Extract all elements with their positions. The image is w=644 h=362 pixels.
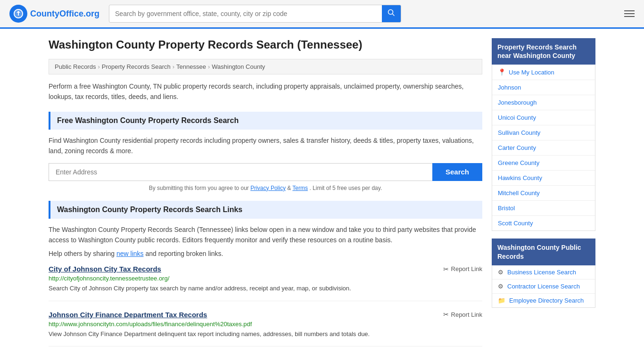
new-links-link[interactable]: new links bbox=[116, 250, 144, 257]
free-search-header: Free Washington County Property Records … bbox=[49, 112, 482, 130]
breadcrumb-sep-3: › bbox=[208, 63, 210, 70]
sidebar-contractor-license[interactable]: ⚙ Contractor License Search bbox=[492, 280, 595, 294]
breadcrumb-washington-county[interactable]: Washington County bbox=[212, 63, 265, 70]
breadcrumb-public-records[interactable]: Public Records bbox=[55, 63, 96, 70]
sidebar-nearby-title: Property Records Search near Washington … bbox=[492, 38, 595, 65]
sullivan-link[interactable]: Sullivan County bbox=[498, 129, 540, 136]
scott-link[interactable]: Scott County bbox=[498, 220, 533, 227]
location-pin-icon: 📍 bbox=[498, 68, 506, 76]
page-title: Washington County Property Records Searc… bbox=[49, 38, 482, 51]
gear-icon-1: ⚙ bbox=[498, 269, 504, 276]
greene-link[interactable]: Greene County bbox=[498, 159, 539, 166]
sidebar-public-records-title: Washington County Public Records bbox=[492, 239, 595, 265]
address-search-button[interactable]: Search bbox=[432, 163, 482, 181]
gear-icon-2: ⚙ bbox=[498, 283, 504, 290]
link-items-container: City of Johnson City Tax Records ✂ Repor… bbox=[49, 265, 482, 346]
mitchell-link[interactable]: Mitchell County bbox=[498, 189, 540, 197]
links-intro: The Washington County Property Records S… bbox=[49, 224, 482, 246]
content-area: Washington County Property Records Searc… bbox=[49, 38, 482, 356]
breadcrumb-property-records[interactable]: Property Records Search bbox=[102, 63, 171, 70]
employee-directory-link[interactable]: Employee Directory Search bbox=[509, 297, 584, 304]
report-link-label-1: Report Link bbox=[451, 265, 482, 272]
sidebar-item-hawkins[interactable]: Hawkins County bbox=[492, 171, 595, 186]
links-share: Help others by sharing new links and rep… bbox=[49, 250, 482, 257]
svg-point-1 bbox=[388, 10, 393, 15]
breadcrumb-sep-1: › bbox=[98, 63, 99, 70]
breadcrumb-tennessee[interactable]: Tennessee bbox=[176, 63, 206, 70]
carter-link[interactable]: Carter County bbox=[498, 144, 536, 151]
sidebar-nearby-list: 📍 Use My Location Johnson Jonesborough U… bbox=[492, 65, 595, 231]
sidebar-item-greene[interactable]: Greene County bbox=[492, 156, 595, 171]
search-section: Free Washington County Property Records … bbox=[49, 112, 482, 191]
logo-text: CountyOffice.org bbox=[30, 9, 99, 19]
breadcrumb: Public Records › Property Records Search… bbox=[49, 59, 482, 74]
links-section: Washington County Property Records Searc… bbox=[49, 201, 482, 347]
sidebar: Property Records Search near Washington … bbox=[492, 38, 595, 356]
sidebar-item-carter[interactable]: Carter County bbox=[492, 140, 595, 156]
disclaimer-suffix: . Limit of 5 free uses per day. bbox=[309, 185, 382, 191]
header-search-button[interactable] bbox=[382, 5, 401, 22]
link-title-1[interactable]: City of Johnson City Tax Records bbox=[49, 265, 161, 273]
link-item-header-2: Johnson City Finance Department Tax Reco… bbox=[49, 311, 482, 319]
link-title-2[interactable]: Johnson City Finance Department Tax Reco… bbox=[49, 311, 207, 319]
link-item: Johnson City Finance Department Tax Reco… bbox=[49, 311, 482, 347]
sidebar-item-unicoi[interactable]: Unicoi County bbox=[492, 110, 595, 125]
intro-text: Perform a free Washington County, TN pub… bbox=[49, 81, 482, 102]
sidebar-business-license[interactable]: ⚙ Business License Search bbox=[492, 265, 595, 280]
sidebar-item-jonesborough[interactable]: Jonesborough bbox=[492, 95, 595, 110]
report-icon-2: ✂ bbox=[443, 311, 449, 318]
report-link-button-2[interactable]: ✂ Report Link bbox=[443, 311, 482, 318]
disclaimer-prefix: By submitting this form you agree to our bbox=[149, 185, 249, 191]
disclaimer-amp: & bbox=[287, 185, 292, 191]
find-text: Find Washington County residential prope… bbox=[49, 135, 482, 156]
report-link-button-1[interactable]: ✂ Report Link bbox=[443, 265, 482, 273]
link-desc-1: Search City of Johnson City property tax… bbox=[49, 284, 482, 293]
privacy-policy-link[interactable]: Privacy Policy bbox=[250, 185, 286, 191]
logo-icon bbox=[9, 5, 27, 23]
report-link-label-2: Report Link bbox=[451, 311, 482, 318]
logo-suffix: .org bbox=[83, 9, 99, 18]
sidebar-nearby-section: Property Records Search near Washington … bbox=[492, 38, 595, 231]
header-search-container bbox=[109, 5, 401, 23]
sidebar-item-sullivan[interactable]: Sullivan County bbox=[492, 125, 595, 140]
share-suffix-text: and reporting broken links. bbox=[145, 250, 223, 257]
report-icon-1: ✂ bbox=[443, 265, 449, 273]
logo-brand: CountyOffice bbox=[30, 9, 83, 18]
jonesborough-link[interactable]: Jonesborough bbox=[498, 99, 537, 106]
terms-link[interactable]: Terms bbox=[292, 185, 308, 191]
bristol-link[interactable]: Bristol bbox=[498, 205, 515, 212]
main-container: Washington County Property Records Searc… bbox=[39, 29, 605, 362]
link-item-header: City of Johnson City Tax Records ✂ Repor… bbox=[49, 265, 482, 273]
address-input[interactable] bbox=[49, 163, 432, 181]
sidebar-item-bristol[interactable]: Bristol bbox=[492, 201, 595, 216]
svg-line-2 bbox=[393, 14, 395, 16]
address-search-row: Search bbox=[49, 163, 482, 181]
johnson-link[interactable]: Johnson bbox=[498, 84, 521, 91]
hamburger-menu-icon[interactable] bbox=[624, 10, 635, 17]
link-item: City of Johnson City Tax Records ✂ Repor… bbox=[49, 265, 482, 301]
sidebar-public-records-section: Washington County Public Records ⚙ Busin… bbox=[492, 239, 595, 307]
business-license-link[interactable]: Business License Search bbox=[507, 269, 576, 276]
link-desc-2: View Johnson City Finance Department del… bbox=[49, 329, 482, 339]
sidebar-use-location[interactable]: 📍 Use My Location bbox=[492, 65, 595, 80]
link-url-2[interactable]: http://www.johnsoncitytn.com/uploads/fil… bbox=[49, 321, 482, 328]
header: CountyOffice.org bbox=[0, 0, 644, 29]
logo-area[interactable]: CountyOffice.org bbox=[9, 5, 99, 23]
header-search-input[interactable] bbox=[109, 6, 382, 21]
sidebar-public-records-list: ⚙ Business License Search ⚙ Contractor L… bbox=[492, 265, 595, 308]
links-section-header: Washington County Property Records Searc… bbox=[49, 201, 482, 219]
contractor-license-link[interactable]: Contractor License Search bbox=[507, 283, 580, 290]
share-text: Help others by sharing bbox=[49, 250, 115, 257]
hawkins-link[interactable]: Hawkins County bbox=[498, 174, 542, 181]
sidebar-item-johnson[interactable]: Johnson bbox=[492, 80, 595, 95]
sidebar-employee-directory[interactable]: 📁 Employee Directory Search bbox=[492, 294, 595, 307]
unicoi-link[interactable]: Unicoi County bbox=[498, 114, 536, 121]
use-my-location-link[interactable]: Use My Location bbox=[509, 69, 554, 76]
breadcrumb-sep-2: › bbox=[173, 63, 174, 70]
sidebar-item-scott[interactable]: Scott County bbox=[492, 216, 595, 230]
folder-icon: 📁 bbox=[498, 297, 505, 304]
sidebar-item-mitchell[interactable]: Mitchell County bbox=[492, 186, 595, 201]
form-disclaimer: By submitting this form you agree to our… bbox=[49, 185, 482, 191]
link-url-1[interactable]: http://cityofjohnsoncity.tennesseetruste… bbox=[49, 275, 482, 282]
